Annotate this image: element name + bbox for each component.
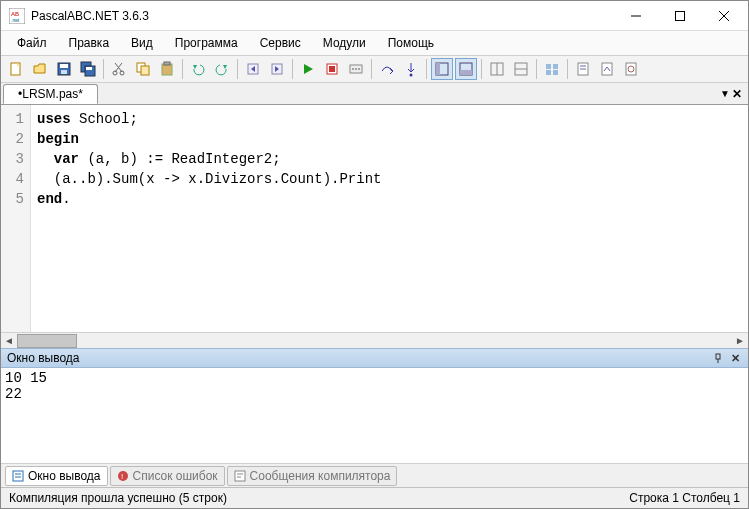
svg-rect-20	[162, 64, 172, 75]
scroll-right-icon[interactable]: ►	[732, 333, 748, 349]
maximize-button[interactable]	[658, 2, 702, 30]
svg-rect-33	[436, 63, 440, 75]
undo-icon[interactable]	[187, 58, 209, 80]
svg-point-29	[358, 68, 360, 70]
output-tab-icon	[12, 470, 24, 482]
svg-rect-10	[61, 70, 67, 74]
code-content[interactable]: uses School;begin var (a, b) := ReadInte…	[31, 105, 748, 332]
svg-rect-47	[602, 63, 612, 75]
toolbar	[1, 56, 748, 83]
tool3-icon[interactable]	[620, 58, 642, 80]
minimize-button[interactable]	[614, 2, 658, 30]
redo-icon[interactable]	[211, 58, 233, 80]
step-into-icon[interactable]	[400, 58, 422, 80]
tab-close-icon[interactable]: ✕	[732, 87, 742, 101]
panel4-icon[interactable]	[510, 58, 532, 80]
compiler-tab-icon	[234, 470, 246, 482]
title-bar: AB.net PascalABC.NET 3.6.3	[1, 1, 748, 31]
new-file-icon[interactable]	[5, 58, 27, 80]
output-panel-body[interactable]: 10 15 22	[1, 368, 748, 463]
svg-rect-40	[546, 64, 551, 69]
panel2-icon[interactable]	[455, 58, 477, 80]
tab-dropdown-icon[interactable]: ▼	[720, 88, 730, 99]
editor-horizontal-scrollbar[interactable]: ◄ ►	[1, 332, 748, 348]
pin-icon[interactable]	[711, 353, 725, 363]
menu-view[interactable]: Вид	[121, 33, 163, 53]
save-icon[interactable]	[53, 58, 75, 80]
tool2-icon[interactable]	[596, 58, 618, 80]
status-bar: Компиляция прошла успешно (5 строк) Стро…	[1, 487, 748, 508]
errors-tab-icon: !	[117, 470, 129, 482]
svg-rect-41	[553, 64, 558, 69]
stop-icon[interactable]	[321, 58, 343, 80]
bottom-panel-tabs: Окно вывода ! Список ошибок Сообщения ко…	[1, 463, 748, 487]
paste-icon[interactable]	[156, 58, 178, 80]
svg-rect-21	[164, 62, 170, 65]
svg-point-27	[352, 68, 354, 70]
tool1-icon[interactable]	[572, 58, 594, 80]
bottom-tab-output-label: Окно вывода	[28, 469, 101, 483]
cut-icon[interactable]	[108, 58, 130, 80]
svg-rect-4	[676, 11, 685, 20]
app-icon: AB.net	[9, 8, 25, 24]
bottom-tab-errors-label: Список ошибок	[133, 469, 218, 483]
menu-service[interactable]: Сервис	[250, 33, 311, 53]
menu-file[interactable]: Файл	[7, 33, 57, 53]
svg-rect-19	[141, 66, 149, 75]
panel1-icon[interactable]	[431, 58, 453, 80]
output-panel-title: Окно вывода	[7, 351, 80, 365]
window-buttons	[614, 2, 746, 30]
svg-rect-35	[460, 70, 472, 75]
status-message: Компиляция прошла успешно (5 строк)	[9, 491, 227, 505]
open-folder-icon[interactable]	[29, 58, 51, 80]
status-cursor-position: Строка 1 Столбец 1	[629, 491, 740, 505]
svg-rect-25	[329, 66, 335, 72]
bottom-tab-compiler[interactable]: Сообщения компилятора	[227, 466, 398, 486]
save-all-icon[interactable]	[77, 58, 99, 80]
nav-fwd-icon[interactable]	[266, 58, 288, 80]
svg-rect-52	[13, 471, 23, 481]
document-tabs: •LRSM.pas* ▼ ✕	[1, 83, 748, 105]
run-icon[interactable]	[297, 58, 319, 80]
bottom-tab-compiler-label: Сообщения компилятора	[250, 469, 391, 483]
code-editor[interactable]: 12345 uses School;begin var (a, b) := Re…	[1, 105, 748, 332]
copy-icon[interactable]	[132, 58, 154, 80]
svg-rect-13	[86, 67, 92, 70]
output-close-icon[interactable]: ✕	[729, 352, 742, 365]
tab-active[interactable]: •LRSM.pas*	[3, 84, 98, 104]
svg-text:!: !	[121, 472, 123, 481]
svg-rect-42	[546, 70, 551, 75]
bottom-tab-output[interactable]: Окно вывода	[5, 466, 108, 486]
bottom-tab-errors[interactable]: ! Список ошибок	[110, 466, 225, 486]
svg-text:.net: .net	[11, 17, 20, 23]
close-button[interactable]	[702, 2, 746, 30]
svg-rect-9	[60, 64, 68, 68]
window-title: PascalABC.NET 3.6.3	[31, 9, 614, 23]
output-panel-header: Окно вывода ✕	[1, 348, 748, 368]
options-icon[interactable]	[541, 58, 563, 80]
svg-rect-50	[716, 354, 720, 359]
menu-bar: Файл Правка Вид Программа Сервис Модули …	[1, 31, 748, 56]
line-number-gutter: 12345	[1, 105, 31, 332]
svg-point-28	[355, 68, 357, 70]
svg-rect-43	[553, 70, 558, 75]
compile-icon[interactable]	[345, 58, 367, 80]
panel3-icon[interactable]	[486, 58, 508, 80]
scroll-left-icon[interactable]: ◄	[1, 333, 17, 349]
menu-edit[interactable]: Правка	[59, 33, 120, 53]
scroll-thumb[interactable]	[17, 334, 77, 348]
svg-point-31	[410, 74, 413, 77]
menu-modules[interactable]: Модули	[313, 33, 376, 53]
svg-rect-57	[235, 471, 245, 481]
menu-help[interactable]: Помощь	[378, 33, 444, 53]
menu-program[interactable]: Программа	[165, 33, 248, 53]
nav-back-icon[interactable]	[242, 58, 264, 80]
step-over-icon[interactable]	[376, 58, 398, 80]
